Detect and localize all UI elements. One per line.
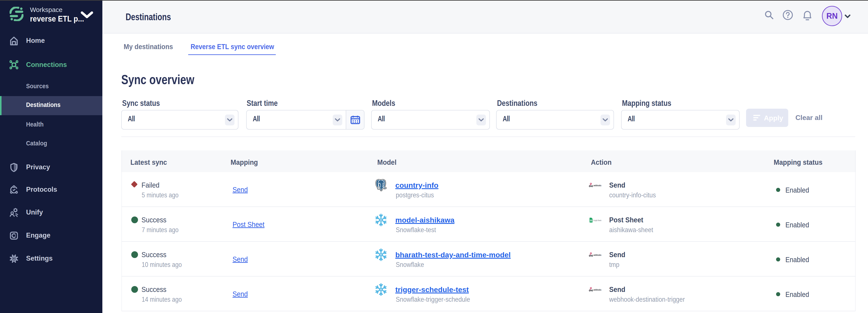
svg-text:webhooks: webhooks: [593, 184, 601, 187]
svg-text:webhooks: webhooks: [593, 254, 601, 256]
svg-text:Google Sheets: Google Sheets: [593, 219, 601, 221]
svg-text:webhooks: webhooks: [593, 289, 601, 291]
